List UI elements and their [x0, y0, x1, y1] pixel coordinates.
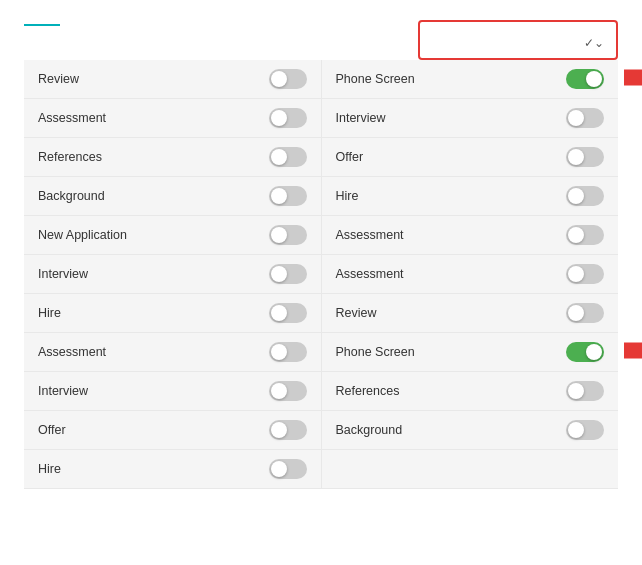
- left-cell: Interview: [24, 372, 322, 410]
- toggle-switch[interactable]: [566, 225, 604, 245]
- toggle-switch[interactable]: [269, 381, 307, 401]
- right-cell: Phone Screen: [322, 333, 619, 371]
- table-row: ReviewPhone Screen: [24, 60, 618, 99]
- left-cell: Hire: [24, 450, 322, 488]
- toggle-label: Interview: [38, 384, 88, 398]
- toggle-switch[interactable]: [566, 186, 604, 206]
- toggle-label: Phone Screen: [336, 72, 415, 86]
- toggle-switch[interactable]: [269, 69, 307, 89]
- table-row: New ApplicationAssessment: [24, 216, 618, 255]
- toggle-switch[interactable]: [566, 303, 604, 323]
- toggle-label: Assessment: [38, 345, 106, 359]
- table-row: AssessmentInterview: [24, 99, 618, 138]
- left-cell: Assessment: [24, 99, 322, 137]
- table-row: InterviewAssessment: [24, 255, 618, 294]
- left-cell: Hire: [24, 294, 322, 332]
- red-arrow-indicator: [624, 337, 642, 368]
- left-cell: Interview: [24, 255, 322, 293]
- right-cell: Phone Screen: [322, 60, 619, 98]
- toggle-switch[interactable]: [566, 381, 604, 401]
- toggle-label: Phone Screen: [336, 345, 415, 359]
- toggle-label: Interview: [336, 111, 386, 125]
- right-cell: Background: [322, 411, 619, 449]
- toggle-switch[interactable]: [269, 186, 307, 206]
- toggle-switch[interactable]: [269, 303, 307, 323]
- svg-marker-0: [624, 64, 642, 92]
- left-cell: Review: [24, 60, 322, 98]
- right-cell: Review: [322, 294, 619, 332]
- right-cell: Offer: [322, 138, 619, 176]
- toggle-label: Assessment: [336, 228, 404, 242]
- toggle-switch[interactable]: [269, 420, 307, 440]
- toggle-label: References: [336, 384, 400, 398]
- left-cell: New Application: [24, 216, 322, 254]
- toggle-switch[interactable]: [269, 225, 307, 245]
- right-cell: [322, 450, 619, 488]
- toggle-switch[interactable]: [566, 147, 604, 167]
- chevron-down-icon: ✓⌄: [584, 36, 604, 50]
- right-cell: Interview: [322, 99, 619, 137]
- toggle-switch[interactable]: [269, 264, 307, 284]
- toggle-switch[interactable]: [269, 459, 307, 479]
- table-row: BackgroundHire: [24, 177, 618, 216]
- hiring-steps-grid: ReviewPhone Screen AssessmentInterviewRe…: [24, 60, 618, 489]
- toggle-label: Assessment: [336, 267, 404, 281]
- table-row: Hire: [24, 450, 618, 489]
- left-cell: References: [24, 138, 322, 176]
- right-cell: References: [322, 372, 619, 410]
- table-row: AssessmentPhone Screen: [24, 333, 618, 372]
- right-cell: Hire: [322, 177, 619, 215]
- filter-select[interactable]: ✓⌄: [432, 36, 604, 50]
- right-cell: Assessment: [322, 216, 619, 254]
- toggle-label: Hire: [38, 306, 61, 320]
- toggle-label: Assessment: [38, 111, 106, 125]
- toggle-label: Hire: [336, 189, 359, 203]
- table-row: InterviewReferences: [24, 372, 618, 411]
- toggle-label: Background: [336, 423, 403, 437]
- toggle-switch[interactable]: [269, 342, 307, 362]
- toggle-switch[interactable]: [566, 420, 604, 440]
- section-underline: [24, 24, 60, 26]
- toggle-label: References: [38, 150, 102, 164]
- left-cell: Assessment: [24, 333, 322, 371]
- left-cell: Offer: [24, 411, 322, 449]
- filter-box: ✓⌄: [418, 20, 618, 60]
- toggle-switch[interactable]: [566, 69, 604, 89]
- toggle-label: Background: [38, 189, 105, 203]
- toggle-label: Hire: [38, 462, 61, 476]
- table-row: ReferencesOffer: [24, 138, 618, 177]
- toggle-switch[interactable]: [566, 264, 604, 284]
- left-cell: Background: [24, 177, 322, 215]
- toggle-label: Review: [336, 306, 377, 320]
- toggle-label: New Application: [38, 228, 127, 242]
- red-arrow-indicator: [624, 64, 642, 95]
- toggle-label: Offer: [38, 423, 66, 437]
- toggle-switch[interactable]: [566, 108, 604, 128]
- toggle-label: Offer: [336, 150, 364, 164]
- right-cell: Assessment: [322, 255, 619, 293]
- toggle-switch[interactable]: [566, 342, 604, 362]
- toggle-label: Review: [38, 72, 79, 86]
- svg-marker-1: [624, 337, 642, 365]
- toggle-switch[interactable]: [269, 147, 307, 167]
- toggle-switch[interactable]: [269, 108, 307, 128]
- table-row: HireReview: [24, 294, 618, 333]
- table-row: OfferBackground: [24, 411, 618, 450]
- toggle-label: Interview: [38, 267, 88, 281]
